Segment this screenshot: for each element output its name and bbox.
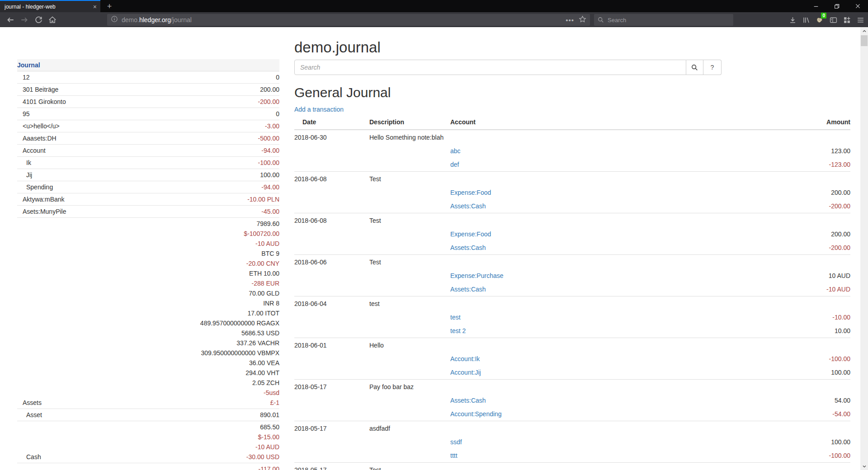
balance-amount: -10.00 PLN (65, 194, 279, 204)
apps-grid-icon[interactable] (840, 15, 854, 24)
minimize-button[interactable] (806, 0, 826, 12)
balance-amount: 0 (30, 109, 279, 119)
sidebar-account-link[interactable]: Account (17, 146, 46, 155)
main-column: demo.journal ? General Journal Add a tra… (294, 35, 850, 470)
url-bar[interactable]: demo.hledger.org/journal ••• (107, 14, 590, 26)
posting-amount: -200.00 (796, 199, 850, 213)
balance-amount: -200.00 (66, 97, 279, 107)
empty-cell (369, 394, 450, 407)
empty-cell (369, 310, 450, 324)
posting-row: ssdf100.00 (294, 435, 850, 449)
sidebar-account-link[interactable]: Ik (17, 158, 31, 168)
scrollbar-thumb[interactable] (861, 35, 868, 46)
sidebar-account-link[interactable]: Jij (17, 170, 32, 180)
sidebar-item-journal[interactable]: Journal (17, 60, 40, 70)
menu-icon[interactable] (854, 15, 867, 24)
posting-account-link[interactable]: ssdf (450, 438, 462, 446)
forward-icon[interactable] (18, 15, 31, 24)
bookmark-star-icon[interactable] (579, 15, 586, 25)
toolbar-search[interactable] (594, 14, 733, 26)
posting-account-link[interactable]: Account:Ik (450, 355, 480, 362)
sidebar-account-link[interactable]: Aktywa:mBank (17, 195, 65, 204)
transaction-row: 2018-06-04test (294, 296, 850, 311)
posting-account-link[interactable]: Expense:Food (450, 189, 491, 196)
transaction-description: Hello Something note:blah (369, 130, 796, 144)
sidebar-account-link[interactable]: Asset (17, 410, 42, 420)
sidebar-account-link[interactable]: Cash (17, 452, 41, 462)
new-tab-button[interactable]: + (104, 1, 115, 11)
home-icon[interactable] (46, 15, 59, 24)
sidebar-account-balance: -100.00 (31, 158, 279, 168)
balance-amount: 294.00 VHT (42, 368, 279, 378)
posting-account-link[interactable]: Account:Spending (450, 410, 502, 418)
posting-amount: -123.00 (796, 158, 850, 172)
posting-account-link[interactable]: Assets:Cash (450, 397, 486, 404)
library-icon[interactable] (799, 15, 813, 24)
sidebar-account-row: Ik-100.00 (17, 157, 279, 169)
sidebar-account-link[interactable]: <u>hello</u> (17, 122, 60, 131)
page-actions-icon[interactable]: ••• (566, 16, 574, 24)
posting-row: Expense:Purchase10 AUD (294, 269, 850, 282)
close-button[interactable] (847, 0, 868, 12)
restore-button[interactable] (826, 0, 847, 12)
empty-cell (796, 296, 850, 311)
site-info-icon[interactable] (111, 15, 118, 24)
sidebar-account-link[interactable]: Assets (17, 398, 42, 408)
empty-cell (796, 213, 850, 228)
balance-amount: ETH 10.00 (42, 268, 279, 278)
posting-account-link[interactable]: tttt (450, 452, 458, 459)
sidebar-account-link[interactable]: 301 Beiträge (17, 85, 58, 94)
posting-account-link[interactable]: def (450, 161, 459, 168)
transaction-date: 2018-05-17 (294, 380, 369, 394)
posting-account-link[interactable]: Expense:Purchase (450, 272, 504, 279)
balance-amount: £-1 (42, 398, 279, 408)
sidebar-account-link[interactable]: Aaasets:DH (17, 134, 57, 143)
url-text: demo.hledger.org/journal (122, 16, 566, 24)
scroll-up-icon[interactable] (860, 27, 868, 35)
posting-account-link[interactable]: Assets:Cash (450, 244, 486, 251)
journal-search-group: ? (294, 60, 722, 75)
download-icon[interactable] (786, 15, 799, 24)
sidebar-account-link[interactable]: Spending (17, 183, 53, 192)
back-icon[interactable] (4, 15, 17, 24)
journal-search-button[interactable] (686, 60, 703, 75)
posting-account-link[interactable]: Account:Jij (450, 369, 481, 376)
reload-icon[interactable] (32, 15, 45, 24)
add-transaction-link[interactable]: Add a transaction (294, 106, 344, 113)
tab-close-icon[interactable]: × (93, 4, 97, 10)
balance-amount: -5usd (42, 388, 279, 398)
extension-icon[interactable]: 0 (813, 15, 826, 24)
posting-account-link[interactable]: test 2 (450, 327, 466, 334)
scroll-down-icon[interactable] (860, 462, 868, 470)
table-header-row: Date Description Account Amount (294, 116, 850, 130)
journal-search-input[interactable] (294, 60, 686, 75)
empty-cell (294, 310, 369, 324)
sidebar-account-link[interactable]: Asets:MunyPile (17, 207, 66, 216)
transaction-row: 2018-05-17Pay foo bar baz (294, 380, 850, 394)
transaction-description: test (369, 296, 796, 311)
posting-account-link[interactable]: Assets:Cash (450, 286, 486, 293)
tab-title: journal - hledger-web (5, 4, 90, 10)
sidebar-account-link[interactable]: 4101 Girokonto (17, 97, 66, 107)
posting-row: Assets:Cash-200.00 (294, 199, 850, 213)
empty-cell (369, 352, 450, 366)
page-scrollbar[interactable] (860, 27, 868, 470)
posting-account-link[interactable]: Expense:Food (450, 230, 491, 238)
empty-cell (294, 144, 369, 158)
sidebar-account-row: Account-94.00 (17, 145, 279, 157)
sidebar-account-link[interactable]: 95 (17, 109, 30, 119)
toolbar-search-input[interactable] (608, 17, 716, 24)
posting-account-link[interactable]: Assets:Cash (450, 202, 486, 210)
posting-account-link[interactable]: test (450, 314, 461, 321)
sidebar-toggle-icon[interactable] (826, 15, 840, 24)
search-help-button[interactable]: ? (703, 60, 722, 75)
posting-row: abc123.00 (294, 144, 850, 158)
browser-tab[interactable]: journal - hledger-web × (0, 0, 100, 12)
sidebar-account-row: Aaasets:DH-500.00 (17, 132, 279, 145)
sidebar-account-row: Cash685.50$-15.00-10 AUD-30.00 USD (17, 421, 279, 463)
posting-account-link[interactable]: abc (450, 147, 461, 155)
sidebar-account-balance: -200.00 (66, 97, 279, 107)
sidebar-account-row: <u>hello</u>-3.00 (17, 120, 279, 132)
balance-amount: 5686.53 USD (42, 328, 279, 338)
sidebar-account-link[interactable]: 12 (17, 73, 30, 82)
